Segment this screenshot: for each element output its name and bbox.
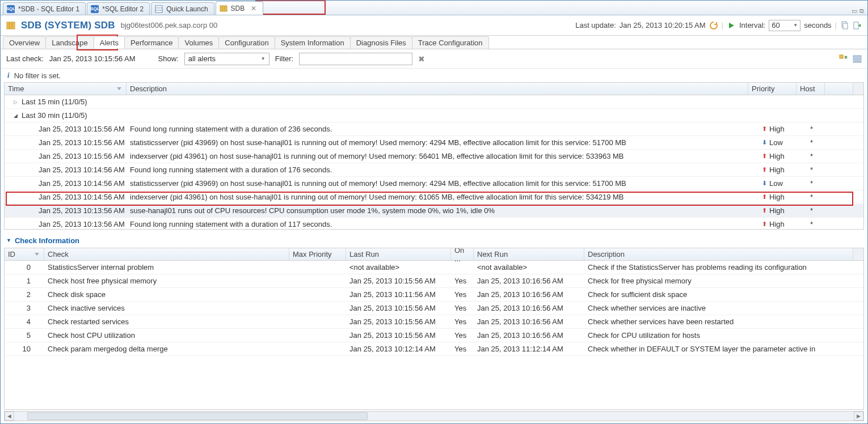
priority-up-icon: ⬆ [762,125,767,133]
svg-rect-11 [843,23,848,29]
system-icon [6,21,15,30]
scroll-left-icon[interactable]: ◀ [5,412,14,421]
tab-label: *SDB - SQL Editor 1 [18,5,79,13]
header-toolbar: Last update: Jan 25, 2013 10:20:15 AM | … [575,20,862,31]
alerts-table: Time Description Priority Host ▷ Last 15… [4,82,864,230]
subtab-performance[interactable]: Performance [124,36,179,49]
alert-row[interactable]: Jan 25, 2013 10:15:56 AM indexserver (pi… [5,150,863,163]
highlight-box [255,0,326,15]
filter-input[interactable] [299,53,412,65]
svg-rect-5 [225,6,227,11]
sql-icon: SQL [91,5,99,13]
tab-sql-editor-2[interactable]: SQL *SQL Editor 2 [87,2,150,15]
alert-row[interactable]: Jan 25, 2013 10:15:56 AM Found long runn… [5,122,863,136]
svg-rect-4 [222,6,224,11]
check-row[interactable]: 4 Check restarted services Jan 25, 2013 … [5,315,863,329]
checks-table: ID Check Max Priority Last Run On ... Ne… [4,248,864,410]
filter-label: Filter: [275,54,294,63]
scroll-thumb[interactable] [27,412,368,420]
scroll-right-icon[interactable]: ▶ [854,412,863,421]
horizontal-scrollbar[interactable]: ◀ ▶ [4,411,864,421]
page-subtitle: bjg06test006.pek.sap.corp 00 [121,21,218,29]
group-row[interactable]: ◢ Last 30 min (11/0/5) [5,109,863,122]
expand-icon[interactable]: ▷ [12,99,18,105]
tab-sdb[interactable]: SDB ✕ [216,1,264,15]
alert-row[interactable]: Jan 25, 2013 10:14:56 AM statisticsserve… [5,177,863,190]
col-check-desc[interactable]: Description [584,248,853,260]
interval-select[interactable]: 60 ▼ [769,20,800,31]
col-max-priority[interactable]: Max Priority [289,248,346,260]
subtab-alerts[interactable]: Alerts [94,36,125,49]
subtab-diagnosis-files[interactable]: Diagnosis Files [350,36,412,49]
subtab-label: Configuration [225,39,268,47]
col-host[interactable]: Host [797,83,825,95]
configure-icon[interactable] [839,54,848,63]
col-id[interactable]: ID [5,248,44,260]
check-row[interactable]: 5 Check host CPU utilization Jan 25, 201… [5,329,863,342]
svg-rect-7 [10,22,12,29]
group-row[interactable]: ▷ Last 15 min (11/0/5) [5,95,863,109]
sql-icon: SQL [7,5,15,13]
collapse-icon[interactable]: ◢ [12,113,18,118]
alert-row[interactable]: Jan 25, 2013 10:13:56 AM Found long runn… [5,218,863,229]
tab-sql-editor-1[interactable]: SQL *SDB - SQL Editor 1 [3,2,86,15]
subtab-system-information[interactable]: System Information [275,36,351,49]
priority-up-icon: ⬆ [762,193,767,201]
info-icon: i [7,71,10,80]
svg-rect-12 [854,22,858,29]
show-select[interactable]: all alerts ▼ [184,53,269,65]
system-header: SDB (SYSTEM) SDB bjg06test006.pek.sap.co… [1,15,867,36]
refresh-icon[interactable] [709,21,718,30]
check-section-header[interactable]: ▼ Check Information [1,233,867,248]
subtab-label: Trace Configuration [418,39,483,47]
filter-status: i No filter is set. [1,69,867,82]
check-row[interactable]: 2 Check disk space Jan 25, 2013 10:11:56… [5,288,863,302]
check-row[interactable]: 0 StatisticsServer internal problem <not… [5,261,863,274]
col-priority[interactable]: Priority [748,83,797,95]
group-label: Last 15 min (11/0/5) [22,97,87,106]
col-last-run[interactable]: Last Run [346,248,451,260]
subtab-volumes[interactable]: Volumes [178,36,219,49]
svg-marker-9 [729,23,734,28]
play-icon[interactable] [727,21,736,30]
window-controls: ▭ ⧉ [852,7,867,15]
alert-row[interactable]: Jan 25, 2013 10:13:56 AM suse-hanajl01 r… [5,204,863,218]
minimize-icon[interactable]: ▭ [852,7,857,15]
copy-icon[interactable] [840,21,849,30]
alert-row[interactable]: Jan 25, 2013 10:14:56 AM Found long runn… [5,163,863,177]
col-spare[interactable] [825,83,853,95]
sub-tab-bar: Overview Landscape Alerts Performance Vo… [1,36,867,49]
check-row[interactable]: 1 Check host free physical memory Jan 25… [5,274,863,288]
col-description[interactable]: Description [127,83,748,95]
export-icon[interactable] [853,21,862,30]
chevron-down-icon: ▼ [793,23,798,28]
last-check-value: Jan 25, 2013 10:15:56 AM [49,54,136,63]
col-on[interactable]: On ... [451,248,474,260]
maximize-icon[interactable]: ⧉ [859,7,864,15]
tab-label: *SQL Editor 2 [102,5,144,13]
col-next-run[interactable]: Next Run [474,248,584,260]
close-icon[interactable]: ✕ [250,5,257,12]
subtab-trace-configuration[interactable]: Trace Configuration [412,36,489,49]
collapse-icon: ▼ [6,238,11,243]
svg-rect-3 [220,6,222,11]
alert-row[interactable]: Jan 25, 2013 10:15:56 AM statisticsserve… [5,136,863,150]
interval-value: 60 [772,21,779,29]
editor-tab-bar: SQL *SDB - SQL Editor 1 SQL *SQL Editor … [1,1,867,15]
col-time[interactable]: Time [5,83,127,95]
subtab-configuration[interactable]: Configuration [218,36,275,49]
section-title: Check Information [15,236,79,245]
col-check[interactable]: Check [44,248,289,260]
checks-body[interactable]: 0 StatisticsServer internal problem <not… [5,261,863,409]
check-row[interactable]: 10 Check param mergedog delta merge Jan … [5,342,863,356]
check-row[interactable]: 3 Check inactive services Jan 25, 2013 1… [5,302,863,315]
list-view-icon[interactable] [853,54,862,63]
subtab-overview[interactable]: Overview [3,36,46,49]
subtab-landscape[interactable]: Landscape [45,36,94,49]
alert-row[interactable]: Jan 25, 2013 10:14:56 AM indexserver (pi… [5,190,863,204]
checks-header-row: ID Check Max Priority Last Run On ... Ne… [5,248,863,261]
tab-quick-launch[interactable]: Quick Launch [151,2,214,15]
clear-filter-icon[interactable]: ✖ [418,54,425,63]
priority-up-icon: ⬆ [762,152,767,160]
alerts-body[interactable]: ▷ Last 15 min (11/0/5) ◢ Last 30 min (11… [5,95,863,229]
